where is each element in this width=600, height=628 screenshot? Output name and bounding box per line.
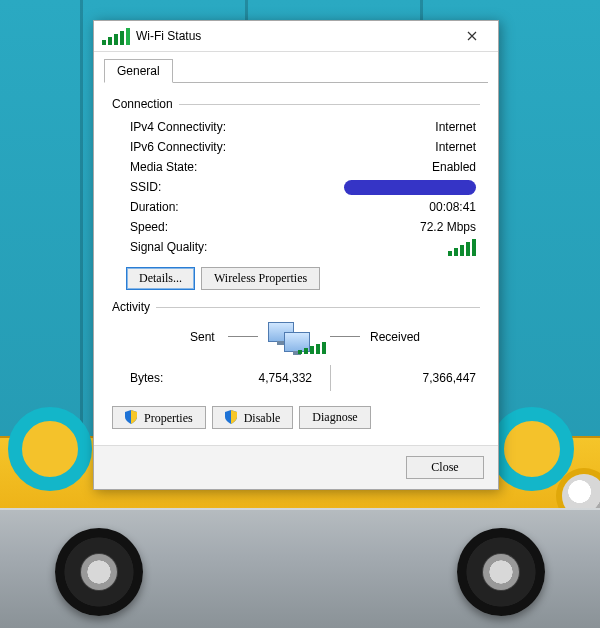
- speed-value: 72.2 Mbps: [270, 220, 480, 234]
- properties-button-label: Properties: [144, 411, 193, 425]
- car-decor-ring: [8, 407, 92, 491]
- group-activity-label: Activity: [112, 300, 156, 314]
- diagnose-button[interactable]: Diagnose: [299, 406, 370, 429]
- tab-general-label: General: [117, 64, 160, 78]
- ssid-value-redacted: [270, 179, 480, 194]
- properties-button[interactable]: Properties: [112, 406, 206, 429]
- titlebar[interactable]: Wi-Fi Status: [94, 21, 498, 52]
- shield-icon: [125, 410, 137, 424]
- received-line: [330, 336, 360, 337]
- car-decor-ring: [490, 407, 574, 491]
- shield-icon: [225, 410, 237, 424]
- media-state-value: Enabled: [270, 160, 480, 174]
- ipv4-connectivity-value: Internet: [270, 120, 480, 134]
- disable-button-label: Disable: [244, 411, 281, 425]
- wireless-properties-button[interactable]: Wireless Properties: [201, 267, 320, 290]
- wifi-status-dialog: Wi-Fi Status General Connection IPv4 Con…: [93, 20, 499, 490]
- bytes-received-value: 7,366,447: [349, 371, 480, 385]
- ssid-label: SSID:: [112, 180, 270, 194]
- network-monitors-icon: [268, 322, 312, 356]
- bytes-sent-value: 4,754,332: [202, 371, 312, 385]
- duration-label: Duration:: [112, 200, 270, 214]
- sent-label: Sent: [190, 330, 215, 344]
- close-icon: [467, 31, 477, 41]
- duration-value: 00:08:41: [270, 200, 480, 214]
- car-wheel: [457, 528, 545, 616]
- signal-bars-icon: [448, 239, 476, 256]
- received-label: Received: [370, 330, 420, 344]
- close-button-label: Close: [431, 460, 458, 474]
- wifi-icon: [102, 28, 130, 45]
- window-title: Wi-Fi Status: [136, 29, 201, 43]
- dialog-footer: Close: [94, 445, 498, 489]
- tabstrip: General: [94, 52, 498, 82]
- bytes-label: Bytes:: [112, 371, 202, 385]
- close-button[interactable]: Close: [406, 456, 484, 479]
- ipv6-connectivity-value: Internet: [270, 140, 480, 154]
- details-button-label: Details...: [139, 271, 182, 285]
- group-activity: Activity: [112, 300, 480, 314]
- speed-label: Speed:: [112, 220, 270, 234]
- ipv4-connectivity-label: IPv4 Connectivity:: [112, 120, 270, 134]
- sent-line: [228, 336, 258, 337]
- car-wheel: [55, 528, 143, 616]
- group-connection-label: Connection: [112, 97, 179, 111]
- activity-separator: [330, 365, 331, 391]
- signal-quality-value: [270, 239, 480, 256]
- group-connection: Connection: [112, 97, 480, 111]
- window-close-button[interactable]: [452, 24, 492, 48]
- media-state-label: Media State:: [112, 160, 270, 174]
- ipv6-connectivity-label: IPv6 Connectivity:: [112, 140, 270, 154]
- disable-button[interactable]: Disable: [212, 406, 294, 429]
- diagnose-button-label: Diagnose: [312, 410, 357, 424]
- tab-general[interactable]: General: [104, 59, 173, 83]
- signal-quality-label: Signal Quality:: [112, 240, 270, 254]
- details-button[interactable]: Details...: [126, 267, 195, 290]
- desktop-wallpaper: Wi-Fi Status General Connection IPv4 Con…: [0, 0, 600, 628]
- wireless-properties-button-label: Wireless Properties: [214, 271, 307, 285]
